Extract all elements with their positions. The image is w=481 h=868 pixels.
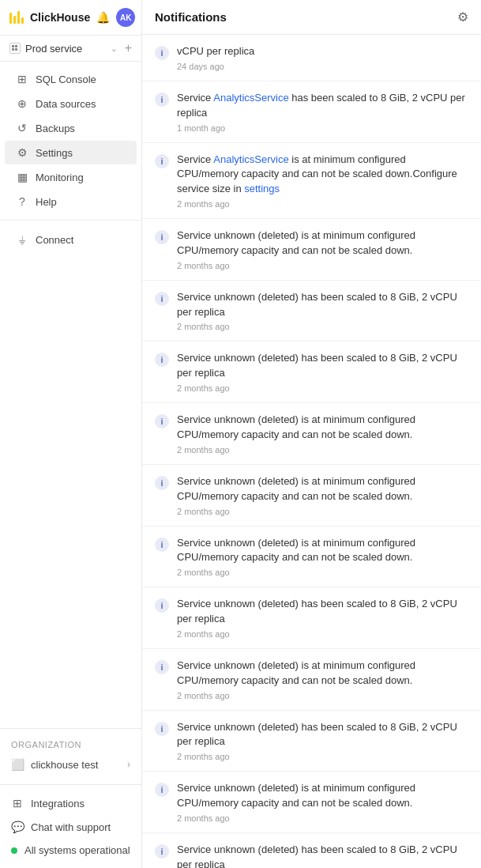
org-chevron-icon: › (127, 759, 130, 770)
notification-time: 24 days ago (177, 62, 468, 71)
notification-icon: i (155, 538, 169, 552)
notification-icon: i (155, 660, 169, 674)
terminal-icon: ⊞ (16, 73, 28, 85)
notification-text: Service unknown (deleted) is at minimum … (177, 413, 468, 443)
sidebar-item-help[interactable]: ? Help (5, 190, 137, 213)
integrations-label: Integrations (31, 798, 85, 810)
service-name: Prod service (25, 43, 106, 55)
notification-text: Service unknown (deleted) is at minimum … (177, 781, 468, 811)
notification-icon: i (155, 783, 169, 797)
notification-content: Service unknown (deleted) is at minimum … (177, 781, 468, 823)
notifications-header: Notifications ⚙ (142, 0, 481, 35)
sidebar-item-data-sources[interactable]: ⊕ Data sources (5, 92, 137, 115)
notification-content: Service unknown (deleted) has been scale… (177, 290, 468, 332)
logo-icon (9, 11, 24, 24)
notification-item: i Service unknown (deleted) is at minimu… (142, 649, 481, 711)
settings-icon: ⚙ (16, 146, 28, 159)
sidebar-item-backups[interactable]: ↺ Backups (5, 116, 137, 140)
sidebar-label-connect: Connect (36, 234, 73, 246)
notification-time: 2 months ago (177, 813, 468, 823)
notification-text: Service unknown (deleted) is at minimum … (177, 659, 468, 689)
notification-item: i Service unknown (deleted) is at minimu… (142, 465, 481, 526)
notification-time: 2 months ago (177, 568, 468, 577)
notification-text: Service AnalyticsService has been scaled… (177, 91, 468, 121)
notification-item: i Service unknown (deleted) is at minimu… (142, 772, 481, 833)
org-item[interactable]: ⬜ clickhouse test › (0, 753, 141, 776)
notification-icon: i (155, 46, 169, 60)
svg-rect-2 (12, 48, 14, 51)
notification-text: Service unknown (deleted) has been scale… (177, 290, 468, 320)
gear-icon[interactable]: ⚙ (457, 9, 468, 25)
notification-icon: i (155, 292, 169, 306)
notification-content: Service unknown (deleted) is at minimum … (177, 228, 468, 270)
service-selector[interactable]: Prod service ⌄ + (0, 36, 141, 62)
sidebar-label-backups: Backups (36, 123, 75, 134)
sidebar-bottom: Organization ⬜ clickhouse test › (0, 728, 141, 784)
notification-content: Service AnalyticsService has been scaled… (177, 91, 468, 133)
notification-item: i Service unknown (deleted) is at minimu… (142, 219, 481, 281)
sidebar-item-connect[interactable]: ⏚ Connect (5, 228, 137, 251)
notification-icon: i (155, 476, 169, 490)
notification-time: 2 months ago (177, 261, 468, 270)
clock-icon: ↺ (16, 122, 28, 134)
notification-content: vCPU per replica 24 days ago (177, 44, 468, 71)
notification-time: 2 months ago (177, 322, 468, 331)
notification-time: 2 months ago (177, 752, 468, 761)
globe-icon: ⊕ (16, 97, 28, 110)
notification-item: i Service unknown (deleted) has been sca… (142, 711, 481, 772)
sidebar-label-monitoring: Monitoring (36, 172, 84, 183)
notification-item: i Service unknown (deleted) has been sca… (142, 833, 481, 868)
notification-icon: i (155, 414, 169, 428)
notification-text: vCPU per replica (177, 44, 468, 59)
notification-icon: i (155, 598, 169, 613)
avatar[interactable]: AK (116, 8, 135, 27)
notification-icon: i (155, 722, 169, 736)
chevron-down-icon: ⌄ (111, 44, 117, 53)
grid-icon: ⊞ (11, 797, 24, 810)
analytics-service-link[interactable]: AnalyticsService (213, 92, 288, 104)
notification-item: i vCPU per replica 24 days ago (142, 35, 481, 81)
status-dot-icon (11, 847, 17, 854)
notification-time: 2 months ago (177, 383, 468, 393)
sidebar-item-monitoring[interactable]: ▦ Monitoring (5, 165, 137, 189)
app-title: ClickHouse (30, 11, 90, 24)
integrations-item[interactable]: ⊞ Integrations (0, 791, 141, 815)
settings-link[interactable]: settings (244, 183, 280, 194)
analytics-service-link-2[interactable]: AnalyticsService (213, 153, 288, 165)
notification-item: i Service unknown (deleted) has been sca… (142, 281, 481, 342)
notification-text: Service unknown (deleted) has been scale… (177, 843, 468, 868)
chat-support-item[interactable]: 💬 Chat with support (0, 815, 141, 839)
add-service-button[interactable]: + (125, 42, 132, 55)
notification-icon: i (155, 844, 169, 859)
sidebar-item-sql-console[interactable]: ⊞ SQL Console (5, 67, 137, 91)
header-icons: 🔔 AK (96, 8, 135, 27)
notification-item: i Service unknown (deleted) has been sca… (142, 342, 481, 403)
notification-item: i Service unknown (deleted) is at minimu… (142, 403, 481, 465)
svg-rect-1 (15, 45, 17, 47)
org-name: clickhouse test (31, 759, 98, 771)
notification-icon: i (155, 230, 169, 244)
status-item: All systems operational (0, 839, 141, 862)
plug-icon: ⏚ (16, 233, 28, 246)
bell-icon[interactable]: 🔔 (96, 11, 110, 24)
status-label: All systems operational (24, 844, 130, 856)
sidebar-item-settings[interactable]: ⚙ Settings (5, 141, 137, 164)
notification-text: Service unknown (deleted) has been scale… (177, 597, 468, 627)
notification-content: Service unknown (deleted) is at minimum … (177, 536, 468, 578)
sidebar: ClickHouse 🔔 AK Prod service ⌄ + ⊞ SQL C… (0, 0, 142, 868)
notification-icon: i (155, 92, 169, 107)
sidebar-footer: ⊞ Integrations 💬 Chat with support All s… (0, 784, 141, 868)
notification-text: Service unknown (deleted) has been scale… (177, 351, 468, 381)
notification-content: Service unknown (deleted) has been scale… (177, 720, 468, 762)
sidebar-header: ClickHouse 🔔 AK (0, 0, 141, 36)
sidebar-label-sql-console: SQL Console (36, 74, 96, 85)
notification-text: Service unknown (deleted) has been scale… (177, 720, 468, 750)
notification-text: Service unknown (deleted) is at minimum … (177, 474, 468, 504)
notification-content: Service unknown (deleted) has been scale… (177, 597, 468, 639)
notification-item: i Service AnalyticsService has been scal… (142, 81, 481, 143)
bar-chart-icon: ▦ (16, 171, 28, 183)
sidebar-nav: ⊞ SQL Console ⊕ Data sources ↺ Backups ⚙… (0, 62, 141, 728)
logo-bars (9, 11, 24, 24)
org-icon: ⬜ (11, 758, 24, 771)
sidebar-label-settings: Settings (36, 147, 73, 159)
